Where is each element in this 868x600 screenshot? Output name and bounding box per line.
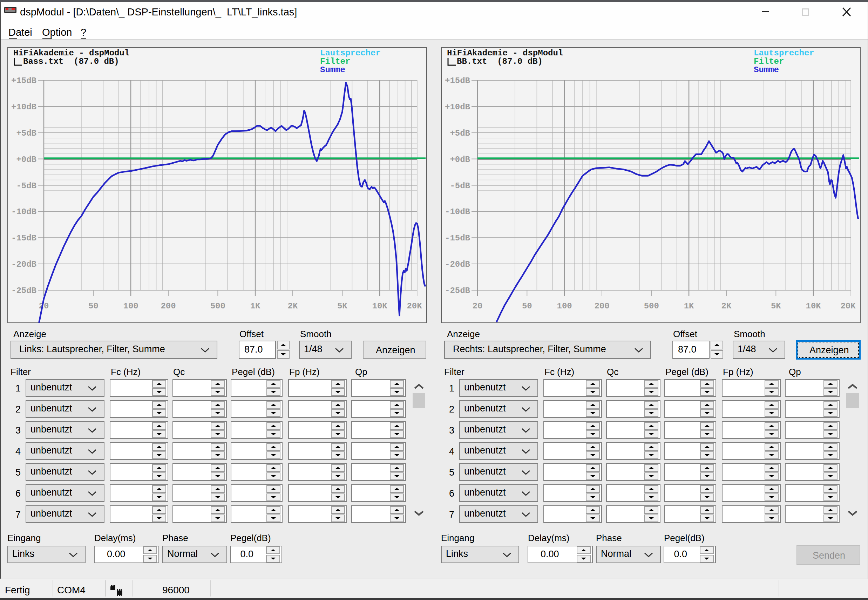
svg-text:-15dB: -15dB bbox=[445, 233, 470, 243]
svg-text:-25dB: -25dB bbox=[445, 286, 470, 295]
svg-text:2K: 2K bbox=[721, 302, 731, 311]
svg-text:+0dB: +0dB bbox=[16, 155, 36, 164]
svg-text:500: 500 bbox=[210, 302, 225, 311]
svg-text:20: 20 bbox=[473, 302, 483, 311]
svg-text:5K: 5K bbox=[771, 302, 781, 311]
svg-text:Lautsprecher: Lautsprecher bbox=[754, 48, 814, 58]
svg-text:+0dB: +0dB bbox=[450, 155, 470, 164]
svg-text:20K: 20K bbox=[407, 302, 422, 311]
svg-text:+15dB: +15dB bbox=[11, 76, 36, 85]
svg-text:HiFiAkademie - dspModul: HiFiAkademie - dspModul bbox=[447, 48, 563, 58]
svg-text:+5dB: +5dB bbox=[16, 129, 36, 138]
svg-text:5K: 5K bbox=[337, 302, 348, 311]
svg-text:Filter: Filter bbox=[754, 57, 784, 66]
svg-text:100: 100 bbox=[557, 302, 572, 311]
svg-text:Summe: Summe bbox=[754, 65, 779, 75]
svg-text:-20dB: -20dB bbox=[445, 260, 470, 269]
svg-text:50: 50 bbox=[88, 302, 99, 311]
svg-text:-20dB: -20dB bbox=[11, 260, 36, 269]
svg-text:-15dB: -15dB bbox=[11, 233, 36, 243]
svg-text:Bass.txt (87.0 dB): Bass.txt (87.0 dB) bbox=[23, 57, 119, 66]
svg-text:-10dB: -10dB bbox=[445, 207, 470, 217]
svg-text:+15dB: +15dB bbox=[445, 76, 470, 85]
svg-text:10K: 10K bbox=[372, 302, 387, 311]
svg-text:+10dB: +10dB bbox=[11, 102, 36, 112]
svg-text:+10dB: +10dB bbox=[445, 102, 470, 112]
svg-text:1K: 1K bbox=[250, 302, 261, 311]
svg-text:BB.txt (87.0 dB): BB.txt (87.0 dB) bbox=[457, 57, 543, 66]
svg-text:Summe: Summe bbox=[320, 65, 345, 75]
svg-text:Lautsprecher: Lautsprecher bbox=[320, 48, 381, 58]
svg-text:200: 200 bbox=[161, 302, 176, 311]
svg-text:2K: 2K bbox=[288, 302, 298, 311]
svg-text:-5dB: -5dB bbox=[16, 181, 36, 191]
svg-text:50: 50 bbox=[522, 302, 532, 311]
svg-text:500: 500 bbox=[644, 302, 659, 311]
svg-text:1K: 1K bbox=[684, 302, 694, 311]
svg-text:-10dB: -10dB bbox=[11, 207, 36, 217]
svg-text:HiFiAkademie - dspModul: HiFiAkademie - dspModul bbox=[13, 48, 129, 58]
svg-text:-25dB: -25dB bbox=[11, 286, 36, 295]
svg-text:Filter: Filter bbox=[320, 57, 350, 66]
svg-text:100: 100 bbox=[123, 302, 138, 311]
svg-text:+5dB: +5dB bbox=[450, 129, 470, 138]
svg-text:20: 20 bbox=[39, 302, 49, 311]
svg-text:200: 200 bbox=[594, 302, 609, 311]
svg-text:-5dB: -5dB bbox=[450, 181, 470, 191]
svg-text:10K: 10K bbox=[806, 302, 821, 311]
svg-text:20K: 20K bbox=[840, 302, 856, 311]
